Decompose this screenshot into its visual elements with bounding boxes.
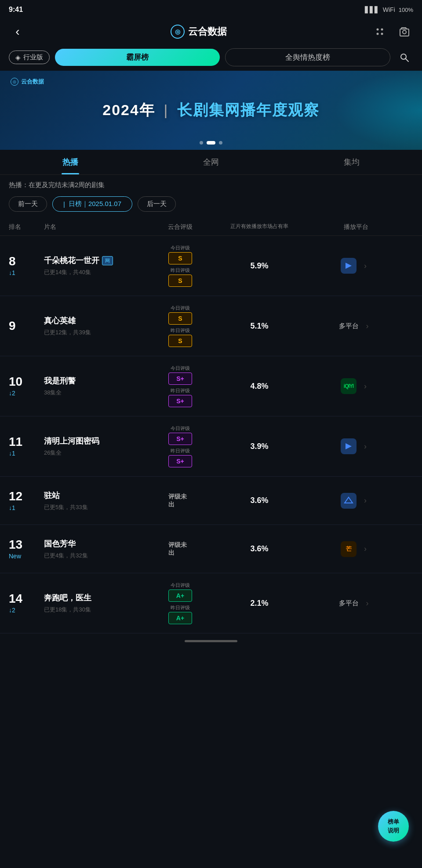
table-row[interactable]: 8 ↓1 千朵桃花一世开 网 已更14集，共40集 今日评级 S 昨日评级 S … [0, 236, 422, 296]
next-day-button[interactable]: 后一天 [138, 196, 176, 212]
fab-line1: 榜单 [388, 818, 399, 826]
current-date: 日榜｜2025.01.07 [52, 196, 132, 212]
rank-cell: 13 New [9, 539, 44, 560]
pct-cell: 5.9% [220, 261, 299, 271]
banner-dots [200, 141, 222, 145]
status-time: 9:41 [9, 6, 23, 14]
rating-cell: 评级未出 [141, 543, 220, 555]
pct-cell: 5.1% [220, 322, 299, 331]
rank-cell: 8 ↓1 [9, 255, 44, 276]
rank-change: ↓1 [9, 269, 15, 276]
multi-platform-label: 多平台 [339, 322, 359, 330]
yuqing-tab[interactable]: 全舆情热度榜 [225, 48, 391, 66]
app-title: 云合数据 [188, 25, 227, 38]
fab-button[interactable]: 榜单 说明 [378, 811, 409, 842]
platform-cell: › [299, 438, 413, 454]
home-bar [185, 640, 237, 642]
dot-1[interactable] [200, 141, 203, 145]
yesterday-rating: S+ [168, 455, 192, 467]
table-row[interactable]: 9 真心英雄 已更12集，共39集 今日评级 S 昨日评级 S 5.1% 多平台… [0, 296, 422, 356]
multi-platform-label: 多平台 [339, 599, 359, 608]
rank-cell: 10 ↓2 [9, 376, 44, 397]
tencent-icon [341, 493, 357, 509]
platform-cell: 芒 › [299, 541, 413, 557]
rank-cell: 9 [9, 320, 44, 332]
yesterday-label: 昨日评级 [171, 448, 190, 454]
banner-content: 2024年 | 长剧集网播年度观察 [102, 100, 319, 120]
signal-icon: ▋▋▋ [365, 6, 379, 13]
svg-point-4 [403, 30, 406, 34]
tab-all[interactable]: 全网 [141, 150, 281, 174]
baping-tab[interactable]: 霸屏榜 [55, 49, 220, 66]
yesterday-label: 昨日评级 [171, 327, 190, 334]
row-chevron[interactable]: › [359, 543, 371, 555]
tab-hot[interactable]: 热播 [0, 150, 141, 174]
table-row[interactable]: 10 ↓2 我是刑警 38集全 今日评级 S+ 昨日评级 S+ 4.8% iQI… [0, 356, 422, 416]
row-chevron[interactable]: › [359, 260, 371, 272]
banner-logo: ◎ 云合数据 [11, 78, 44, 86]
row-chevron[interactable]: › [361, 320, 374, 332]
rank-number: 10 [9, 376, 22, 388]
rank-number: 9 [9, 320, 16, 332]
show-title: 国色芳华 [44, 539, 76, 549]
back-button[interactable]: ‹ [9, 23, 26, 40]
rating-none: 评级未出 [168, 495, 192, 507]
rank-change: ↓1 [9, 504, 15, 511]
svg-marker-8 [346, 263, 352, 269]
prev-day-button[interactable]: 前一天 [9, 196, 47, 212]
table-row[interactable]: 14 ↓2 奔跑吧，医生 已更18集，共30集 今日评级 A+ 昨日评级 A+ … [0, 573, 422, 633]
today-label: 今日评级 [171, 365, 190, 372]
today-rating: A+ [168, 590, 192, 602]
show-title: 奔跑吧，医生 [44, 593, 91, 603]
table-row[interactable]: 11 ↓1 清明上河图密码 26集全 今日评级 S+ 昨日评级 S+ 3.9% … [0, 416, 422, 477]
svg-point-1 [381, 29, 383, 31]
col-rank: 排名 [9, 223, 44, 231]
svg-marker-10 [345, 497, 353, 503]
mango-icon: 芒 [341, 541, 357, 557]
rating-cell: 今日评级 S 昨日评级 S [141, 245, 220, 287]
yesterday-label: 昨日评级 [171, 267, 190, 274]
rank-number: 13 [9, 539, 22, 551]
yesterday-rating: S+ [168, 395, 192, 407]
svg-line-7 [406, 58, 409, 61]
show-tag: 网 [102, 256, 113, 265]
show-title: 清明上河图密码 [44, 436, 99, 446]
rank-number: 12 [9, 490, 22, 503]
col-title: 片名 [44, 223, 141, 231]
banner: ◎ 云合数据 2024年 | 长剧集网播年度观察 [0, 71, 422, 150]
platform-cell: › [299, 493, 413, 509]
industry-badge[interactable]: ◈ 行业版 [9, 51, 50, 64]
row-chevron[interactable]: › [361, 597, 374, 609]
youku-icon [341, 438, 357, 454]
today-label: 今日评级 [171, 425, 190, 432]
search-button[interactable] [396, 49, 413, 66]
content-tabs: 热播 全网 集均 [0, 150, 422, 175]
row-chevron[interactable]: › [359, 380, 371, 392]
youku-icon [341, 258, 357, 274]
rank-change: ↓1 [9, 450, 15, 457]
rank-change: ↓2 [9, 390, 15, 397]
camera-button[interactable] [396, 23, 413, 40]
row-chevron[interactable]: › [359, 495, 371, 507]
fab-line2: 说明 [388, 827, 399, 835]
platform-cell: 多平台 › [299, 597, 413, 609]
svg-point-2 [377, 33, 379, 35]
rank-number: 8 [9, 255, 16, 268]
title-cell: 国色芳华 已更4集，共32集 [44, 539, 141, 560]
table-row[interactable]: 12 ↓1 驻站 已更5集，共33集 评级未出 3.6% › [0, 477, 422, 525]
row-chevron[interactable]: › [359, 440, 371, 452]
banner-decoration [334, 71, 422, 150]
col-platform: 播放平台 [299, 223, 413, 231]
title-cell: 清明上河图密码 26集全 [44, 436, 141, 457]
pct-cell: 2.1% [220, 599, 299, 608]
dot-2[interactable] [207, 141, 215, 145]
tab-avg[interactable]: 集均 [281, 150, 422, 174]
logo-symbol: ◎ [175, 28, 180, 35]
platform-cell: › [299, 258, 413, 274]
rank-change: New [9, 553, 21, 560]
rating-cell: 评级未出 [141, 495, 220, 507]
menu-button[interactable] [371, 23, 389, 40]
title-cell: 真心英雄 已更12集，共39集 [44, 315, 141, 336]
table-row[interactable]: 13 New 国色芳华 已更4集，共32集 评级未出 3.6% 芒 › [0, 525, 422, 573]
dot-3[interactable] [219, 141, 222, 145]
